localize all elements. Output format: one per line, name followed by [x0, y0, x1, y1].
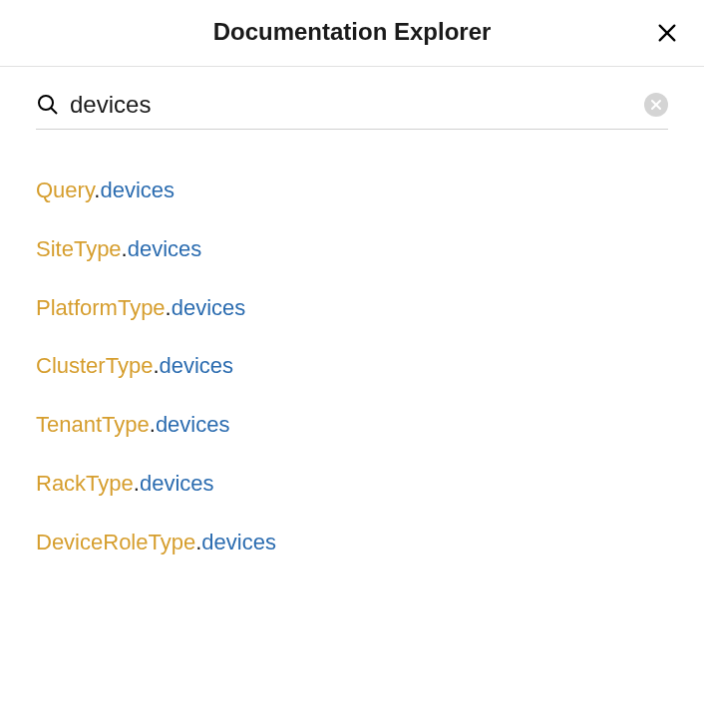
header: Documentation Explorer	[0, 0, 704, 67]
result-type-name: DeviceRoleType	[36, 530, 195, 554]
result-type-name: PlatformType	[36, 295, 166, 320]
result-field-name: devices	[128, 236, 202, 261]
clear-search-button[interactable]	[644, 93, 668, 117]
page-title: Documentation Explorer	[213, 18, 492, 46]
result-type-name: TenantType	[36, 412, 150, 437]
search-result-item[interactable]: Query.devices	[36, 162, 668, 220]
result-type-name: ClusterType	[36, 353, 153, 378]
search-results: Query.devicesSiteType.devicesPlatformTyp…	[0, 142, 704, 592]
result-type-name: SiteType	[36, 236, 122, 261]
result-type-name: Query	[36, 178, 94, 202]
search-icon	[36, 93, 60, 117]
close-icon	[656, 22, 678, 44]
search-result-item[interactable]: TenantType.devices	[36, 396, 668, 455]
search-result-item[interactable]: PlatformType.devices	[36, 279, 668, 338]
search-result-item[interactable]: ClusterType.devices	[36, 337, 668, 396]
result-type-name: RackType	[36, 471, 134, 496]
search-result-item[interactable]: DeviceRoleType.devices	[36, 514, 668, 572]
svg-line-3	[51, 108, 57, 114]
search-result-item[interactable]: RackType.devices	[36, 455, 668, 514]
result-field-name: devices	[100, 178, 175, 202]
result-field-name: devices	[172, 295, 246, 320]
result-field-name: devices	[140, 471, 214, 496]
search-input[interactable]	[70, 91, 644, 119]
result-field-name: devices	[160, 353, 234, 378]
close-button[interactable]	[652, 18, 682, 48]
result-field-name: devices	[156, 412, 230, 437]
clear-icon	[650, 99, 662, 111]
search-container	[36, 91, 668, 130]
result-field-name: devices	[201, 530, 276, 554]
search-result-item[interactable]: SiteType.devices	[36, 220, 668, 279]
svg-point-2	[39, 96, 53, 110]
